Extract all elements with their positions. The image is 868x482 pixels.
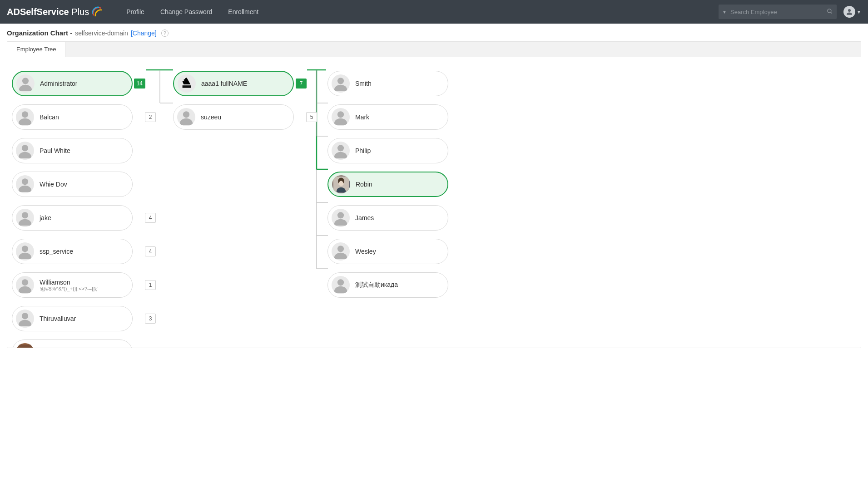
avatar-icon xyxy=(16,74,35,93)
avatar-icon xyxy=(332,276,350,294)
svg-point-18 xyxy=(337,111,344,118)
employee-name: jake xyxy=(40,214,51,221)
employee-text: James xyxy=(355,214,374,221)
avatar-icon xyxy=(332,175,350,193)
employee-name: James xyxy=(355,214,374,221)
avatar-icon xyxy=(332,242,350,261)
nav-profile[interactable]: Profile xyxy=(126,8,144,15)
reportee-count-badge[interactable]: 5 xyxy=(306,112,317,122)
chevron-down-icon: ▼ xyxy=(857,10,861,15)
employee-text: ssp_service xyxy=(40,248,73,255)
avatar-icon xyxy=(178,74,196,93)
main-nav: Profile Change Password Enrollment xyxy=(126,8,258,15)
svg-point-17 xyxy=(337,78,344,84)
svg-rect-15 xyxy=(183,87,191,88)
reportee-count-badge[interactable]: 14 xyxy=(134,79,145,89)
org-chart: Administrator14Balcan2Paul WhiteWhie Dov… xyxy=(7,57,861,348)
employee-text: Williamson!@#$%^&*()_+{}|:<>?-=[]\;' xyxy=(40,279,99,291)
employee-text: Administrator xyxy=(40,80,77,87)
employee-text: aaaa1 fullNAME xyxy=(201,80,247,87)
reportee-count-badge[interactable]: 4 xyxy=(145,213,156,223)
search-container: ▼ xyxy=(719,5,837,19)
svg-point-9 xyxy=(22,279,28,285)
avatar-icon xyxy=(16,310,34,328)
search-input[interactable] xyxy=(730,9,824,15)
reportee-count-badge[interactable]: 1 xyxy=(145,280,156,290)
avatar-icon xyxy=(16,108,34,126)
avatar-icon xyxy=(332,209,350,227)
employee-node[interactable]: ssp_service4 xyxy=(12,239,133,264)
org-column-1: Administrator14Balcan2Paul WhiteWhie Dov… xyxy=(12,71,153,348)
tab-employee-tree[interactable]: Employee Tree xyxy=(7,42,65,57)
avatar-icon xyxy=(16,142,34,160)
employee-name: Paul White xyxy=(40,147,70,154)
page-title: Organization Chart - xyxy=(7,29,72,37)
chart-panel: Employee Tree Administrator14Balcan2Paul… xyxy=(7,41,861,348)
employee-node[interactable]: Robin xyxy=(327,172,448,197)
org-column-3: SmithMarkPhilipRobinJamesWesley測試自動икада xyxy=(327,71,468,306)
employee-node[interactable]: Thiruvalluvar3 xyxy=(12,306,133,331)
change-domain-link[interactable]: [Change] xyxy=(131,30,157,37)
employee-text: 測試自動икада xyxy=(355,281,398,289)
employee-subtitle: !@#$%^&*()_+{}|:<>?-=[]\;' xyxy=(40,286,99,291)
svg-point-7 xyxy=(22,212,28,218)
employee-node[interactable]: Smith xyxy=(327,71,448,96)
domain-name: selfservice-domain xyxy=(75,30,128,37)
employee-node[interactable]: Williamson!@#$%^&*()_+{}|:<>?-=[]\;'1 xyxy=(12,272,133,298)
avatar-icon xyxy=(16,175,34,193)
employee-node[interactable]: jake4 xyxy=(12,205,133,231)
employee-node[interactable]: Administrator14 xyxy=(12,71,133,96)
svg-point-10 xyxy=(22,313,28,319)
employee-node[interactable]: aaaa1 fullNAME7 xyxy=(173,71,294,96)
employee-node[interactable]: Martin xyxy=(12,339,133,348)
search-icon[interactable] xyxy=(827,8,833,16)
employee-text: jake xyxy=(40,214,51,221)
employee-text: Paul White xyxy=(40,147,70,154)
employee-node[interactable]: Whie Dov xyxy=(12,172,133,197)
avatar-icon xyxy=(332,108,350,126)
user-avatar-icon xyxy=(843,6,855,18)
employee-text: Robin xyxy=(356,181,372,188)
reportee-count-badge[interactable]: 4 xyxy=(145,246,156,256)
avatar-icon xyxy=(16,209,34,227)
employee-node[interactable]: Philip xyxy=(327,138,448,163)
svg-rect-14 xyxy=(183,86,191,87)
reportee-count-badge[interactable]: 2 xyxy=(145,112,156,122)
employee-node[interactable]: James xyxy=(327,205,448,231)
user-menu[interactable]: ▼ xyxy=(843,6,861,18)
reportee-count-badge[interactable]: 7 xyxy=(296,79,307,89)
avatar-icon xyxy=(16,343,34,348)
employee-text: Smith xyxy=(355,80,372,87)
employee-node[interactable]: Wesley xyxy=(327,239,448,264)
page-title-bar: Organization Chart - selfservice-domain … xyxy=(0,24,868,41)
employee-node[interactable]: suzeeu5 xyxy=(173,104,294,130)
employee-name: Thiruvalluvar xyxy=(40,315,76,322)
employee-name: Mark xyxy=(355,113,369,121)
employee-node[interactable]: Balcan2 xyxy=(12,104,133,130)
nav-enrollment[interactable]: Enrollment xyxy=(228,8,258,15)
svg-point-5 xyxy=(22,145,28,151)
employee-name: Philip xyxy=(355,147,371,154)
reportee-count-badge[interactable]: 3 xyxy=(145,314,156,324)
svg-point-23 xyxy=(337,246,344,252)
svg-point-6 xyxy=(22,178,28,185)
employee-name: Balcan xyxy=(40,113,59,121)
help-icon[interactable]: ? xyxy=(161,30,169,37)
avatar-icon xyxy=(16,242,34,261)
search-filter-dropdown[interactable]: ▼ xyxy=(722,10,727,15)
employee-name: Williamson xyxy=(40,279,99,286)
employee-name: suzeeu xyxy=(201,113,221,121)
app-logo: ADSelfService Plus xyxy=(7,5,104,18)
employee-text: suzeeu xyxy=(201,113,221,121)
employee-name: Whie Dov xyxy=(40,181,67,188)
employee-node[interactable]: Mark xyxy=(327,104,448,130)
employee-node[interactable]: 測試自動икада xyxy=(327,272,448,298)
svg-rect-13 xyxy=(183,85,191,85)
svg-point-19 xyxy=(337,145,344,151)
avatar-icon xyxy=(332,142,350,160)
svg-line-1 xyxy=(831,12,832,13)
nav-change-password[interactable]: Change Password xyxy=(160,8,212,15)
employee-node[interactable]: Paul White xyxy=(12,138,133,163)
employee-name: ssp_service xyxy=(40,248,73,255)
svg-point-3 xyxy=(22,78,29,84)
